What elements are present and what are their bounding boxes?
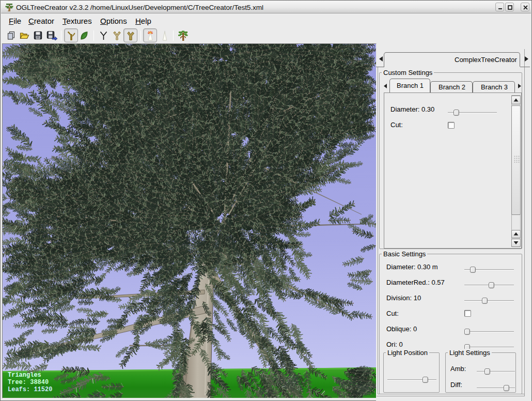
svg-text:Leafs: 11520: Leafs: 11520 <box>8 386 52 393</box>
svg-text:Triangles: Triangles <box>8 372 41 379</box>
svg-text:Tree: 38840: Tree: 38840 <box>8 379 49 386</box>
